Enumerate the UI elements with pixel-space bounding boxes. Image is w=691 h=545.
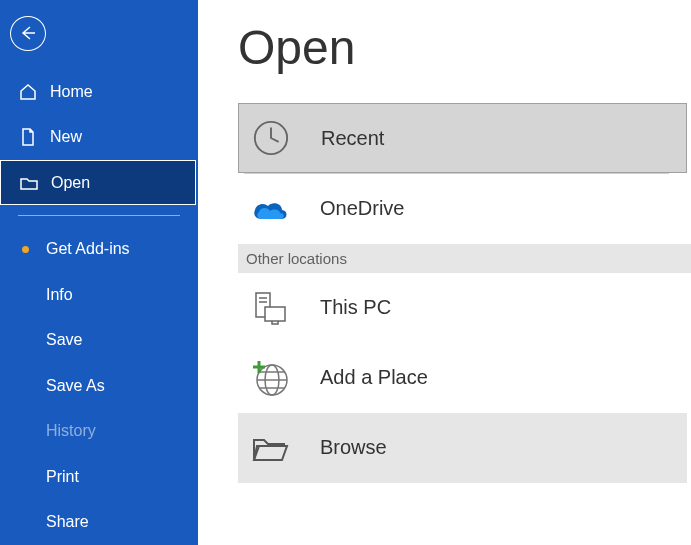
nav-save-as[interactable]: Save As (0, 363, 198, 409)
nav-save[interactable]: Save (0, 317, 198, 363)
nav-open-label: Open (51, 174, 90, 192)
nav-get-addins-label: Get Add-ins (46, 240, 130, 258)
document-icon (18, 127, 38, 147)
nav-get-addins[interactable]: Get Add-ins (0, 226, 198, 272)
back-button[interactable] (10, 16, 46, 51)
location-add-place[interactable]: Add a Place (238, 343, 687, 413)
other-locations-header: Other locations (238, 244, 691, 273)
folder-open-icon (19, 173, 39, 193)
svg-rect-2 (265, 307, 285, 321)
location-browse[interactable]: Browse (238, 413, 687, 483)
nav-new[interactable]: New (0, 114, 198, 160)
this-pc-icon (250, 288, 290, 328)
location-recent[interactable]: Recent (238, 103, 687, 173)
addins-indicator-dot (22, 246, 29, 253)
nav-share[interactable]: Share (0, 499, 198, 545)
location-recent-label: Recent (321, 127, 384, 150)
location-this-pc-label: This PC (320, 296, 391, 319)
sidebar-separator (18, 215, 180, 216)
nav-print[interactable]: Print (0, 454, 198, 500)
back-arrow-icon (18, 23, 38, 43)
onedrive-icon (250, 189, 290, 229)
home-icon (18, 82, 38, 102)
nav-open[interactable]: Open (0, 160, 196, 206)
nav-save-label: Save (46, 331, 82, 349)
nav-history-label: History (46, 422, 96, 440)
nav-new-label: New (50, 128, 82, 146)
location-add-place-label: Add a Place (320, 366, 428, 389)
nav-history: History (0, 408, 198, 454)
nav-info[interactable]: Info (0, 272, 198, 318)
add-place-icon (250, 358, 290, 398)
nav-home[interactable]: Home (0, 69, 198, 115)
nav-info-label: Info (46, 286, 73, 304)
location-onedrive-label: OneDrive (320, 197, 404, 220)
clock-icon (251, 118, 291, 158)
browse-folder-icon (250, 428, 290, 468)
nav-share-label: Share (46, 513, 89, 531)
nav-home-label: Home (50, 83, 93, 101)
sidebar: Home New Open Get Add-ins Info Save Save… (0, 0, 198, 545)
page-title: Open (198, 20, 691, 75)
location-browse-label: Browse (320, 436, 387, 459)
nav-save-as-label: Save As (46, 377, 105, 395)
location-onedrive[interactable]: OneDrive (238, 174, 687, 244)
nav-print-label: Print (46, 468, 79, 486)
main-panel: Open Recent OneDrive Other locations (198, 0, 691, 545)
location-this-pc[interactable]: This PC (238, 273, 687, 343)
